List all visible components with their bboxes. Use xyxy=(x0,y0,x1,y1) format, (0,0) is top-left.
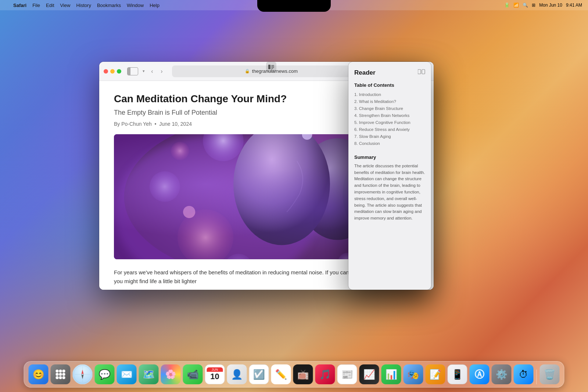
toc-item-8[interactable]: 8. Conclusion xyxy=(354,140,425,147)
menubar-right: 🔋 📶 🔍 ⊞ Mon Jun 10 9:41 AM xyxy=(504,3,582,8)
dock-photos[interactable]: 🌸 xyxy=(161,364,181,384)
reader-mode-icon[interactable] xyxy=(266,62,276,72)
toc-item-5[interactable]: 5. Improve Cognitive Function xyxy=(354,119,425,126)
toc-item-6[interactable]: 6. Reduce Stress and Anxiety xyxy=(354,126,425,133)
svg-point-33 xyxy=(62,373,65,376)
toc-item-1[interactable]: 1. Introduction xyxy=(354,91,425,98)
dock-iphone-mirroring[interactable]: 📱 xyxy=(448,364,467,384)
dock: 😊 xyxy=(24,361,564,388)
dock-facetime[interactable]: 📹 xyxy=(183,364,203,384)
svg-text:😊: 😊 xyxy=(33,368,45,380)
summary-section: Summary The article discusses the potent… xyxy=(354,154,425,222)
svg-point-30 xyxy=(62,370,65,373)
dock-system-settings[interactable]: ⚙️ xyxy=(492,364,512,384)
reader-layout-icon[interactable] xyxy=(418,69,425,75)
svg-point-34 xyxy=(56,376,59,379)
dock-maps[interactable]: 🗺️ xyxy=(139,364,159,384)
menubar-file[interactable]: File xyxy=(32,3,40,8)
control-center-icon[interactable]: ⊞ xyxy=(532,3,535,8)
traffic-lights xyxy=(104,69,121,74)
forward-button[interactable]: › xyxy=(157,67,166,76)
svg-rect-23 xyxy=(418,70,421,74)
menubar-history[interactable]: History xyxy=(76,3,91,8)
dock-separator xyxy=(537,370,537,384)
byline-date: June 10, 2024 xyxy=(159,121,192,127)
battery-icon: 🔋 xyxy=(504,3,510,8)
table-of-contents: 1. Introduction 2. What is Meditation? 3… xyxy=(354,91,425,147)
dock-freeform[interactable]: ✏️ xyxy=(271,364,291,384)
menubar-bookmarks[interactable]: Bookmarks xyxy=(97,3,121,8)
back-button[interactable]: ‹ xyxy=(148,67,157,76)
toc-title: Table of Contents xyxy=(354,82,425,88)
menubar-left: Safari File Edit View History Bookmarks … xyxy=(6,3,159,8)
chevron-down-icon[interactable]: ▾ xyxy=(143,69,145,74)
svg-point-35 xyxy=(59,376,62,379)
svg-point-32 xyxy=(59,373,62,376)
byline-author: By Po-Chun Yeh xyxy=(114,121,152,127)
minimize-button[interactable] xyxy=(110,69,115,74)
dock-calendar[interactable]: JUN 10 xyxy=(205,364,225,384)
search-icon[interactable]: 🔍 xyxy=(523,3,528,8)
dock-stocks[interactable]: 📈 xyxy=(359,364,379,384)
svg-rect-2 xyxy=(271,66,274,67)
menubar-window[interactable]: Window xyxy=(127,3,144,8)
reader-panel-title: Reader xyxy=(354,69,425,76)
svg-point-36 xyxy=(62,376,65,379)
dock-keynote[interactable]: 🎭 xyxy=(404,364,423,384)
dock-appstore[interactable]: Ⓐ xyxy=(470,364,490,384)
menubar-view[interactable]: View xyxy=(60,3,71,8)
wifi-icon: 📶 xyxy=(513,3,519,8)
sidebar-toggle-button[interactable] xyxy=(127,67,138,75)
dock-music[interactable]: 🎵 xyxy=(315,364,335,384)
lock-icon: 🔒 xyxy=(245,69,250,74)
reader-panel: Reader Table of Contents 1. Introduction… xyxy=(348,62,431,290)
svg-rect-4 xyxy=(271,68,273,69)
fullscreen-button[interactable] xyxy=(117,69,121,74)
toc-item-7[interactable]: 7. Slow Brain Aging xyxy=(354,133,425,140)
toc-item-4[interactable]: 4. Strengthen Brain Networks xyxy=(354,112,425,119)
nav-buttons: ‹ › xyxy=(148,67,166,76)
summary-text: The article discusses the potential bene… xyxy=(354,163,425,222)
menubar-app-name[interactable]: Safari xyxy=(13,3,26,8)
svg-rect-24 xyxy=(422,70,425,74)
svg-rect-1 xyxy=(271,65,274,66)
dock-screen-time[interactable]: ⏱ xyxy=(514,364,534,384)
dock-finder[interactable]: 😊 xyxy=(29,364,49,384)
dock-launchpad[interactable] xyxy=(51,364,71,384)
dock-safari[interactable] xyxy=(73,364,93,384)
svg-point-28 xyxy=(56,370,59,373)
menubar-edit[interactable]: Edit xyxy=(46,3,54,8)
menubar-date: Mon Jun 10 xyxy=(539,3,562,8)
toc-item-2[interactable]: 2. What is Meditation? xyxy=(354,98,425,105)
dock-numbers[interactable]: 📊 xyxy=(381,364,401,384)
dock-mail[interactable]: ✉️ xyxy=(117,364,137,384)
dock-pages[interactable]: 📝 xyxy=(426,364,445,384)
dock-news[interactable]: 📰 xyxy=(337,364,357,384)
notch xyxy=(257,0,331,12)
dock-appletv[interactable]: 📺 xyxy=(293,364,313,384)
menubar-help[interactable]: Help xyxy=(150,3,159,8)
dock-trash[interactable]: 🗑️ xyxy=(540,364,560,384)
dock-contacts[interactable]: 👤 xyxy=(227,364,247,384)
svg-point-31 xyxy=(56,373,59,376)
svg-rect-3 xyxy=(271,67,274,68)
toc-item-3[interactable]: 3. Change Brain Structure xyxy=(354,105,425,112)
dock-reminders[interactable]: ☑️ xyxy=(249,364,269,384)
svg-point-29 xyxy=(59,370,62,373)
dock-messages[interactable]: 💬 xyxy=(95,364,115,384)
svg-rect-0 xyxy=(268,65,270,69)
summary-title: Summary xyxy=(354,154,425,160)
menubar-time: 9:41 AM xyxy=(566,3,582,8)
close-button[interactable] xyxy=(104,69,108,74)
